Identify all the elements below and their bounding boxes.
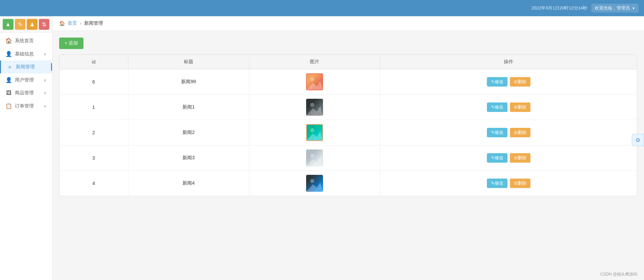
svg-point-0 xyxy=(310,77,314,81)
footer-text: CSDN @猫头鹰源码 xyxy=(600,272,637,277)
table-row: 6 新闻99 ✎修改 ⊘删除 xyxy=(59,69,637,95)
header-info: 2022年9月1日20时12分14秒 欢迎光临，管理员 ▼ xyxy=(531,4,639,13)
table-row: 1 新闻1 ✎修改 ⊘删除 xyxy=(59,95,637,120)
delete-button-4[interactable]: ⊘删除 xyxy=(510,179,530,188)
cell-id-0: 6 xyxy=(59,69,128,95)
sidebar-item-goods-label: 商品管理 xyxy=(15,90,41,96)
cell-image-3 xyxy=(249,145,380,171)
sidebar-item-news[interactable]: » 新闻管理 xyxy=(0,61,52,73)
svg-point-6 xyxy=(310,154,314,158)
home-icon: 🏠 xyxy=(5,38,12,44)
news-icon: » xyxy=(6,64,13,70)
news-table: id 标题 图片 操作 6 新闻99 xyxy=(59,55,637,196)
sidebar-item-home-label: 系统首页 xyxy=(15,38,47,44)
user-mgmt-icon: 👤 xyxy=(5,77,12,83)
svg-point-4 xyxy=(310,128,314,132)
sidebar: ▲ ✎ ♟ ⇅ 🏠 系统首页 👤 基础信息 ∨ » 新闻管理 👤 用户管理 xyxy=(0,16,52,280)
order-icon: 📋 xyxy=(5,103,12,109)
edit-button-3[interactable]: ✎修改 xyxy=(487,153,507,163)
basic-info-icon: 👤 xyxy=(5,51,12,57)
dropdown-arrow-icon: ▼ xyxy=(632,6,635,10)
goods-icon: 🖼 xyxy=(5,90,12,96)
basic-info-arrow-icon: ∨ xyxy=(44,52,47,56)
sidebar-item-home[interactable]: 🏠 系统首页 xyxy=(0,34,52,47)
cell-title-1: 新闻1 xyxy=(128,95,249,120)
sidebar-item-basic-info-label: 基础信息 xyxy=(15,51,41,57)
user-icon-btn[interactable]: ♟ xyxy=(27,19,38,30)
delete-button-1[interactable]: ⊘删除 xyxy=(510,102,530,112)
datetime-display: 2022年9月1日20时12分14秒 xyxy=(531,5,587,11)
sidebar-top-icons: ▲ ✎ ♟ ⇅ xyxy=(0,16,52,33)
breadcrumb-home-icon[interactable]: 🏠 xyxy=(59,21,65,26)
table-header-row: id 标题 图片 操作 xyxy=(59,55,637,69)
sidebar-item-basic-info[interactable]: 👤 基础信息 ∨ xyxy=(0,47,52,61)
svg-marker-9 xyxy=(306,182,323,192)
main-content: 🏠 首页 › 新闻管理 + 添加 id 标题 图片 操作 xyxy=(52,16,644,280)
order-arrow-icon: ∨ xyxy=(44,104,47,109)
top-header: 2022年9月1日20时12分14秒 欢迎光临，管理员 ▼ xyxy=(0,0,644,16)
thumbnail-4 xyxy=(306,175,323,192)
delete-button-0[interactable]: ⊘删除 xyxy=(510,77,530,87)
cell-actions-3: ✎修改 ⊘删除 xyxy=(380,145,637,171)
thumbnail-3 xyxy=(306,149,323,166)
sidebar-item-order-label: 订单管理 xyxy=(15,103,41,109)
page-body: + 添加 id 标题 图片 操作 6 新闻99 xyxy=(52,31,644,269)
svg-marker-3 xyxy=(306,106,323,116)
edit-button-1[interactable]: ✎修改 xyxy=(487,102,507,112)
sidebar-item-news-label: 新闻管理 xyxy=(16,64,47,70)
float-settings-button[interactable]: ⚙ xyxy=(632,134,644,146)
edit-button-4[interactable]: ✎修改 xyxy=(487,179,507,188)
cell-title-3: 新闻3 xyxy=(128,145,249,171)
delete-button-2[interactable]: ⊘删除 xyxy=(510,128,530,137)
thumbnail-2 xyxy=(306,124,323,141)
breadcrumb-current-page: 新闻管理 xyxy=(84,20,103,26)
edit-button-2[interactable]: ✎修改 xyxy=(487,128,507,137)
svg-point-2 xyxy=(310,103,314,107)
news-table-container: id 标题 图片 操作 6 新闻99 xyxy=(59,54,637,196)
cell-id-3: 3 xyxy=(59,145,128,171)
user-dropdown[interactable]: 欢迎光临，管理员 ▼ xyxy=(591,4,639,13)
edit-icon-btn[interactable]: ✎ xyxy=(15,19,26,30)
table-row: 3 新闻3 ✎修改 ⊘删除 xyxy=(59,145,637,171)
col-header-title: 标题 xyxy=(128,55,249,69)
add-button[interactable]: + 添加 xyxy=(59,38,83,49)
main-layout: ▲ ✎ ♟ ⇅ 🏠 系统首页 👤 基础信息 ∨ » 新闻管理 👤 用户管理 xyxy=(0,16,644,280)
sidebar-item-user[interactable]: 👤 用户管理 ∨ xyxy=(0,73,52,87)
edit-button-0[interactable]: ✎修改 xyxy=(487,77,507,87)
breadcrumb-home-link[interactable]: 首页 xyxy=(68,20,77,26)
cell-image-2 xyxy=(249,120,380,145)
share-icon-btn[interactable]: ⇅ xyxy=(39,19,50,30)
gear-icon: ⚙ xyxy=(636,137,640,143)
col-header-actions: 操作 xyxy=(380,55,637,69)
goods-arrow-icon: ∨ xyxy=(44,91,47,95)
welcome-text: 欢迎光临，管理员 xyxy=(595,5,630,11)
cell-title-2: 新闻2 xyxy=(128,120,249,145)
svg-point-8 xyxy=(310,179,314,183)
sidebar-item-goods[interactable]: 🖼 商品管理 ∨ xyxy=(0,87,52,99)
cell-id-1: 1 xyxy=(59,95,128,120)
thumbnail-0 xyxy=(306,73,323,90)
cell-actions-2: ✎修改 ⊘删除 xyxy=(380,120,637,145)
delete-button-3[interactable]: ⊘删除 xyxy=(510,153,530,163)
user-arrow-icon: ∨ xyxy=(44,78,47,83)
cell-image-0 xyxy=(249,69,380,95)
breadcrumb-separator: › xyxy=(80,21,81,26)
table-row: 2 新闻2 ✎修改 ⊘删除 xyxy=(59,120,637,145)
cell-id-2: 2 xyxy=(59,120,128,145)
cell-title-4: 新闻4 xyxy=(128,171,249,196)
cell-actions-0: ✎修改 ⊘删除 xyxy=(380,69,637,95)
sidebar-item-order[interactable]: 📋 订单管理 ∨ xyxy=(0,99,52,113)
chart-icon-btn[interactable]: ▲ xyxy=(3,19,14,30)
col-header-image: 图片 xyxy=(249,55,380,69)
svg-marker-1 xyxy=(306,81,323,90)
cell-image-4 xyxy=(249,171,380,196)
table-row: 4 新闻4 ✎修改 ⊘删除 xyxy=(59,171,637,196)
sidebar-item-user-label: 用户管理 xyxy=(15,77,41,83)
thumbnail-1 xyxy=(306,99,323,116)
cell-image-1 xyxy=(249,95,380,120)
cell-actions-1: ✎修改 ⊘删除 xyxy=(380,95,637,120)
cell-title-0: 新闻99 xyxy=(128,69,249,95)
svg-marker-7 xyxy=(306,157,323,166)
page-footer: CSDN @猫头鹰源码 xyxy=(52,269,644,280)
cell-id-4: 4 xyxy=(59,171,128,196)
